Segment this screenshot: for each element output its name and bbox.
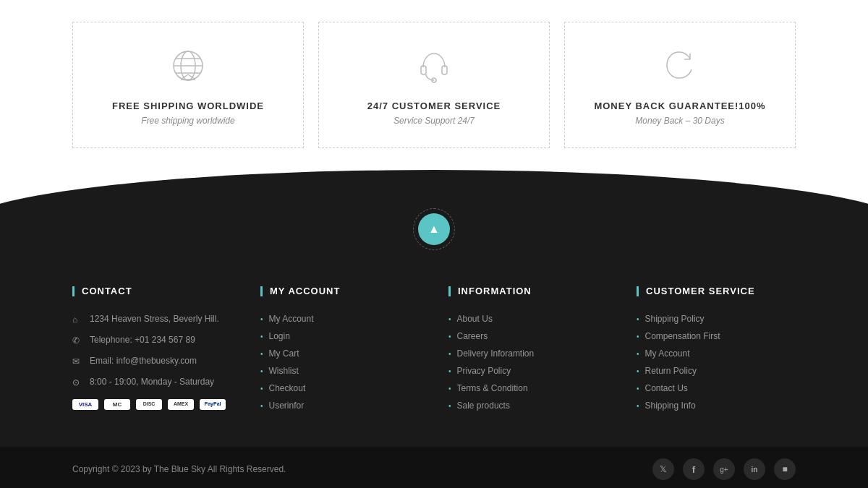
footer-customerservice-col: CUSTOMER SERVICE Shipping Policy Compens…: [637, 286, 796, 418]
footer-myaccount-col: MY ACCOUNT My Account Login My Cart Wish…: [260, 286, 420, 418]
mycart-link[interactable]: My Cart: [269, 348, 299, 359]
userinfo-link[interactable]: Userinfor: [269, 401, 305, 411]
mastercard-icon: MC: [104, 399, 130, 410]
list-item: Privacy Policy: [448, 366, 608, 376]
customerservice-list: Shipping Policy Compensation First My Ac…: [637, 314, 796, 411]
scroll-top-container: ▲: [0, 228, 868, 249]
list-item: Return Policy: [637, 366, 796, 376]
bottom-bar: Copyright © 2023 by The Blue Sky All Rig…: [0, 447, 868, 488]
headset-icon: [412, 44, 456, 87]
information-list: About Us Careers Delivery Inforamtion Pr…: [448, 314, 608, 411]
cs-myaccount-link[interactable]: My Account: [645, 348, 690, 359]
googleplus-icon[interactable]: g+: [713, 458, 735, 480]
compensationfirst-link[interactable]: Compensation First: [645, 331, 720, 341]
list-item: My Account: [260, 314, 420, 324]
phone-icon: ✆: [72, 335, 82, 346]
list-item: My Cart: [260, 348, 420, 359]
myaccount-link[interactable]: My Account: [269, 314, 314, 324]
list-item: Delivery Inforamtion: [448, 348, 608, 359]
myaccount-title: MY ACCOUNT: [260, 286, 420, 296]
scroll-top-button[interactable]: ▲: [418, 213, 450, 245]
returnpolicy-link[interactable]: Return Policy: [645, 366, 697, 376]
feature-support-subtitle: Service Support 24/7: [393, 116, 475, 126]
login-link[interactable]: Login: [269, 331, 290, 341]
list-item: Sale products: [448, 401, 608, 411]
facebook-icon[interactable]: f: [683, 458, 705, 480]
copyright-text: Copyright © 2023 by The Blue Sky All Rig…: [72, 464, 286, 474]
checkout-link[interactable]: Checkout: [269, 383, 306, 393]
home-icon: ⌂: [72, 314, 82, 325]
shippingpolicy-link[interactable]: Shipping Policy: [645, 314, 705, 324]
contact-address: ⌂ 1234 Heaven Stress, Beverly Hill.: [72, 314, 231, 325]
list-item: About Us: [448, 314, 608, 324]
information-title: INFORMATION: [448, 286, 608, 296]
chevron-up-icon: ▲: [428, 223, 440, 236]
feature-support: 24/7 CUSTOMER SERVICE Service Support 24…: [318, 22, 550, 148]
list-item: Wishlist: [260, 366, 420, 376]
feature-shipping-title: FREE SHIPPING WORLDWIDE: [112, 100, 264, 111]
globe-icon: [166, 44, 210, 87]
careers-link[interactable]: Careers: [457, 331, 488, 341]
list-item: Contact Us: [637, 383, 796, 393]
contact-email: ✉ Email: info@thebuesky.com: [72, 356, 231, 367]
linkedin-icon[interactable]: in: [744, 458, 765, 480]
privacy-link[interactable]: Privacy Policy: [457, 366, 511, 376]
refresh-icon: [658, 44, 702, 87]
list-item: Terms & Condition: [448, 383, 608, 393]
terms-link[interactable]: Terms & Condition: [457, 383, 528, 393]
list-item: Shipping Info: [637, 401, 796, 411]
clock-icon: ⊙: [72, 377, 82, 388]
list-item: Careers: [448, 331, 608, 341]
footer-contact-col: CONTACT ⌂ 1234 Heaven Stress, Beverly Hi…: [72, 286, 231, 418]
twitter-icon[interactable]: 𝕏: [652, 458, 674, 480]
saleproducts-link[interactable]: Sale products: [457, 401, 510, 411]
customerservice-title: CUSTOMER SERVICE: [637, 286, 796, 296]
list-item: Compensation First: [637, 331, 796, 341]
list-item: Shipping Policy: [637, 314, 796, 324]
contact-phone: ✆ Telephone: +01 234 567 89: [72, 335, 231, 346]
list-item: Login: [260, 331, 420, 341]
contactus-link[interactable]: Contact Us: [645, 383, 688, 393]
payment-icons: VISA MC DISC AMEX PayPal: [72, 399, 231, 410]
contact-hours: ⊙ 8:00 - 19:00, Monday - Saturday: [72, 377, 231, 388]
visa-icon: VISA: [72, 399, 98, 410]
feature-moneyback-title: MONEY BACK GUARANTEE!100%: [594, 100, 765, 111]
feature-support-title: 24/7 CUSTOMER SERVICE: [367, 100, 501, 111]
myaccount-list: My Account Login My Cart Wishlist Checko…: [260, 314, 420, 411]
aboutus-link[interactable]: About Us: [457, 314, 493, 324]
list-item: My Account: [637, 348, 796, 359]
footer-grid: CONTACT ⌂ 1234 Heaven Stress, Beverly Hi…: [72, 286, 796, 418]
feature-shipping-subtitle: Free shipping worldwide: [141, 116, 234, 126]
features-section: FREE SHIPPING WORLDWIDE Free shipping wo…: [0, 0, 868, 170]
discover-icon: DISC: [136, 399, 162, 410]
amex-icon: AMEX: [168, 399, 194, 410]
shippinginfo-link[interactable]: Shipping Info: [645, 401, 696, 411]
social-icons: 𝕏 f g+ in ■: [652, 458, 796, 480]
feature-moneyback-subtitle: Money Back – 30 Days: [635, 116, 724, 126]
paypal-icon: PayPal: [200, 399, 226, 410]
list-item: Checkout: [260, 383, 420, 393]
rss-icon[interactable]: ■: [774, 458, 796, 480]
feature-moneyback: MONEY BACK GUARANTEE!100% Money Back – 3…: [564, 22, 796, 148]
contact-title: CONTACT: [72, 286, 231, 296]
feature-shipping: FREE SHIPPING WORLDWIDE Free shipping wo…: [72, 22, 304, 148]
footer: CONTACT ⌂ 1234 Heaven Stress, Beverly Hi…: [0, 249, 868, 447]
email-icon: ✉: [72, 356, 82, 367]
list-item: Userinfor: [260, 401, 420, 411]
delivery-link[interactable]: Delivery Inforamtion: [457, 348, 535, 359]
footer-information-col: INFORMATION About Us Careers Delivery In…: [448, 286, 608, 418]
wishlist-link[interactable]: Wishlist: [269, 366, 299, 376]
